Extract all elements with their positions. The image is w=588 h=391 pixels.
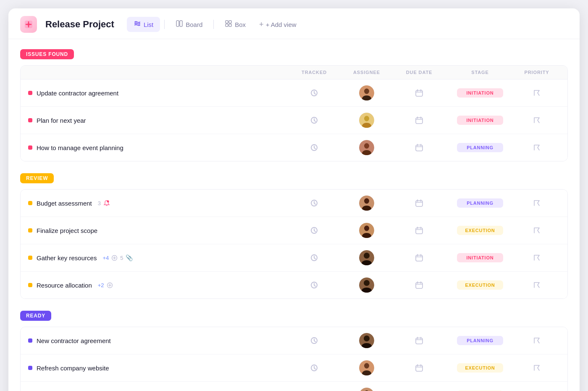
- task-name: Finalize project scope: [28, 227, 287, 234]
- section-ready: READY New contractor agreement: [20, 311, 568, 391]
- section-header-issues: ISSUES FOUND: [20, 49, 568, 59]
- calendar-icon: [415, 281, 423, 289]
- badge-issues-found: ISSUES FOUND: [20, 49, 74, 59]
- svg-point-13: [364, 116, 369, 122]
- svg-rect-5: [229, 21, 231, 23]
- task-dot: [28, 256, 32, 260]
- priority-cell: [514, 254, 560, 262]
- app-icon: [20, 16, 37, 33]
- tab-box[interactable]: Box: [218, 17, 252, 32]
- table-row[interactable]: Finalize project scope: [21, 217, 567, 244]
- priority-cell: [514, 226, 560, 235]
- svg-rect-3: [180, 21, 182, 26]
- due-date-cell: [392, 226, 446, 235]
- table-row[interactable]: Update key objectives 5 📎: [21, 382, 567, 391]
- avatar: [359, 196, 374, 211]
- svg-rect-42: [416, 338, 423, 344]
- assignee-cell: [341, 388, 392, 391]
- tab-board[interactable]: Board: [169, 17, 209, 32]
- task-dot: [28, 201, 32, 205]
- stage-cell: PLANNING: [446, 198, 514, 208]
- add-view-button[interactable]: + + Add view: [254, 17, 301, 32]
- calendar-icon: [415, 336, 423, 345]
- tracked-icon: [310, 281, 318, 289]
- table-row[interactable]: New contractor agreement: [21, 327, 567, 354]
- table-row[interactable]: Budget assessment 3: [21, 190, 567, 217]
- task-dot: [28, 118, 32, 122]
- link-icon: [107, 282, 113, 288]
- due-date-cell: [392, 116, 446, 124]
- stage-cell: EXECUTION: [446, 280, 514, 290]
- task-name: New contractor agreement: [28, 337, 287, 344]
- calendar-icon: [415, 254, 423, 262]
- due-date-cell: [392, 143, 446, 152]
- table-row[interactable]: Plan for next year: [21, 107, 567, 134]
- tracked-cell: [287, 116, 341, 124]
- priority-cell: [514, 116, 560, 124]
- col-due-date: DUE DATE: [392, 70, 446, 75]
- stage-badge: INITIATION: [457, 88, 503, 98]
- avatar: [359, 140, 374, 155]
- svg-point-40: [364, 336, 370, 341]
- task-dot: [28, 338, 32, 343]
- col-tracked: TRACKED: [287, 70, 341, 75]
- svg-rect-24: [416, 201, 423, 206]
- priority-cell: [514, 281, 560, 289]
- ready-table: New contractor agreement: [20, 327, 568, 391]
- stage-badge: INITIATION: [457, 116, 503, 125]
- add-icon: +: [259, 20, 264, 29]
- task-name: Gather key resources +4 5 📎: [28, 254, 287, 262]
- assignee-cell: [341, 113, 392, 128]
- svg-rect-46: [416, 365, 423, 371]
- svg-point-26: [364, 226, 369, 231]
- priority-cell: [514, 143, 560, 152]
- assignee-cell: [341, 333, 392, 348]
- flag-icon: [533, 199, 541, 207]
- flag-icon: [533, 336, 541, 345]
- flag-icon: [533, 143, 541, 152]
- calendar-icon: [415, 116, 423, 124]
- stage-badge: PLANNING: [457, 198, 503, 208]
- table-row[interactable]: Gather key resources +4 5 📎: [21, 244, 567, 272]
- stage-badge: PLANNING: [457, 336, 503, 345]
- assignee-cell: [341, 277, 392, 293]
- board-icon: [176, 20, 183, 29]
- svg-point-9: [364, 89, 369, 94]
- tab-box-label: Box: [235, 21, 246, 28]
- priority-cell: [514, 89, 560, 97]
- table-row[interactable]: How to manage event planning: [21, 134, 567, 161]
- avatar: [359, 277, 374, 293]
- assignee-cell: [341, 85, 392, 100]
- table-row[interactable]: Update contractor agreement: [21, 79, 567, 107]
- box-icon: [225, 20, 232, 29]
- table-row[interactable]: Resource allocation +2: [21, 272, 567, 299]
- tracked-cell: [287, 226, 341, 235]
- task-dot: [28, 91, 32, 95]
- tracked-cell: [287, 364, 341, 372]
- project-title: Release Project: [45, 19, 114, 30]
- task-name: Refresh company website: [28, 365, 287, 372]
- avatar: [359, 85, 374, 100]
- avatar: [359, 388, 374, 391]
- due-date-cell: [392, 281, 446, 289]
- stage-cell: PLANNING: [446, 143, 514, 152]
- stage-badge: EXECUTION: [457, 363, 503, 373]
- tab-list[interactable]: List: [127, 17, 160, 32]
- svg-point-1: [27, 23, 30, 26]
- table-row[interactable]: Refresh company website: [21, 354, 567, 382]
- header: Release Project List: [8, 8, 580, 39]
- tracked-icon: [310, 254, 318, 262]
- content: ISSUES FOUND TRACKED ASSIGNEE DUE DATE S…: [8, 39, 580, 391]
- due-date-cell: [392, 364, 446, 372]
- task-name: Update contractor agreement: [28, 90, 287, 97]
- tracked-cell: [287, 254, 341, 262]
- divider-2: [213, 20, 214, 29]
- svg-point-31: [364, 253, 370, 259]
- task-dot: [28, 366, 32, 370]
- section-issues-found: ISSUES FOUND TRACKED ASSIGNEE DUE DATE S…: [20, 49, 568, 161]
- col-priority: PRIORITY: [514, 70, 560, 75]
- priority-cell: [514, 336, 560, 345]
- calendar-icon: [415, 143, 423, 152]
- svg-rect-6: [226, 24, 228, 26]
- tracked-icon: [310, 199, 318, 207]
